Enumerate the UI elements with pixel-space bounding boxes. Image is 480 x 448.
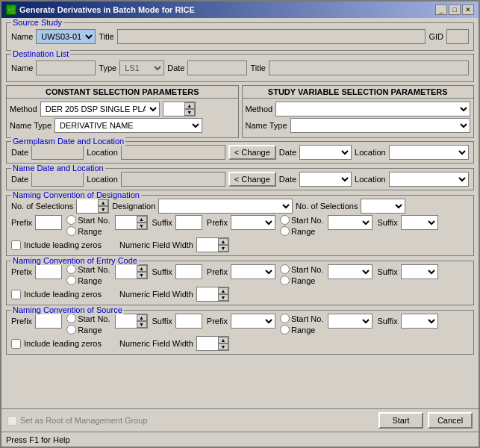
desig-left-startno-down[interactable]: ▼: [137, 223, 147, 229]
source-left-startno-up[interactable]: ▲: [137, 314, 147, 321]
entry-right-suffix-select[interactable]: [401, 264, 438, 279]
study-variable-params-group: STUDY VARIABLE SELECTION PARAMETERS Meth…: [242, 85, 475, 138]
designation-select[interactable]: [158, 199, 293, 214]
method-num-input[interactable]: 205: [163, 102, 184, 116]
entry-left-startno-up[interactable]: ▲: [137, 265, 147, 272]
constant-method-row: Method DER 205 DSP SINGLE PLANT SELECT 2…: [10, 102, 235, 116]
source-right-suffix: Suffix: [377, 314, 437, 329]
entry-left-suffix-input[interactable]: [175, 264, 202, 279]
desig-field-width-up[interactable]: ▲: [218, 238, 228, 245]
close-button[interactable]: ✕: [462, 4, 474, 15]
entry-right-radio-group: Start No. Range: [280, 264, 323, 285]
method-num-up[interactable]: ▲: [184, 102, 195, 109]
constant-method-label: Method: [10, 105, 37, 113]
entry-right-range-label: Range: [291, 276, 315, 285]
entry-field-width-input[interactable]: 1: [197, 287, 218, 301]
entry-left-startno-down[interactable]: ▼: [137, 272, 147, 279]
source-field-width-spinner: 1 ▲ ▼: [196, 336, 229, 351]
source-right-range-radio[interactable]: [280, 325, 290, 335]
desig-right-range-radio[interactable]: [280, 226, 290, 236]
germ-change-button[interactable]: < Change: [228, 145, 276, 160]
source-left-startno-spinner: 1 ▲ ▼: [115, 314, 148, 329]
source-right-startno-radio[interactable]: [280, 314, 290, 323]
constant-method-select[interactable]: DER 205 DSP SINGLE PLANT SELECT: [40, 102, 160, 116]
entry-left-prefix-input[interactable]: [35, 264, 62, 279]
study-nametype-select[interactable]: [290, 118, 470, 133]
study-method-select[interactable]: [275, 102, 470, 116]
cancel-button[interactable]: Cancel: [428, 412, 473, 429]
constant-nametype-select[interactable]: DERIVATIVE NAME: [54, 118, 202, 133]
germ-right-date-select[interactable]: [299, 145, 352, 160]
constant-params-header: CONSTANT SELECTION PARAMETERS: [7, 86, 238, 99]
entry-field-width-up[interactable]: ▲: [218, 287, 228, 294]
desig-left-prefix-input[interactable]: [35, 215, 62, 230]
desig-left-suffix: Suffix: [152, 215, 202, 230]
desig-right-suffix-select[interactable]: [401, 215, 438, 230]
source-field-width-input[interactable]: 1: [197, 337, 218, 350]
no-selections-input[interactable]: 0: [77, 199, 98, 213]
entry-leading-zeros-checkbox[interactable]: [11, 290, 21, 299]
name-date-location-label: Name Date and Location: [11, 164, 105, 172]
entry-right-prefix-select[interactable]: [231, 264, 275, 279]
entry-left-prefix: Prefix: [11, 264, 62, 279]
dest-type-select[interactable]: LS1: [119, 60, 164, 75]
source-field-width-down[interactable]: ▼: [218, 343, 228, 350]
set-as-root-checkbox[interactable]: [7, 416, 17, 426]
source-study-group: Source Study Name UWS03-01 Title Upland …: [6, 22, 474, 51]
desig-left-suffix-input[interactable]: [175, 215, 202, 230]
desig-left-prefix-label: Prefix: [11, 218, 32, 227]
source-left-range-radio[interactable]: [66, 325, 76, 335]
source-left-startno-input[interactable]: 1: [116, 314, 137, 328]
entry-right-startno-radio[interactable]: [280, 264, 290, 274]
no-of-selections-select[interactable]: [361, 199, 405, 214]
desig-leading-zeros-checkbox[interactable]: [11, 240, 21, 250]
source-title-input: Upland 2003 Wet Season F3 Nursery (Sinil…: [117, 29, 426, 44]
source-title-label: Title: [99, 32, 113, 41]
name-change-button[interactable]: < Change: [228, 172, 276, 187]
source-name-select[interactable]: UWS03-01: [36, 29, 96, 44]
entry-left-startno-input[interactable]: 1: [116, 265, 137, 279]
entry-left-range-radio[interactable]: [66, 276, 76, 285]
desig-right-prefix-label: Prefix: [207, 218, 228, 227]
desig-left-range-radio[interactable]: [66, 226, 76, 236]
entry-right-startno-select[interactable]: [328, 264, 373, 279]
method-num-down[interactable]: ▼: [184, 109, 195, 116]
source-left-startno-down[interactable]: ▼: [137, 321, 147, 328]
source-leading-zeros-checkbox[interactable]: [11, 339, 21, 349]
set-as-root-label: Set as Root of Management Group: [20, 416, 148, 425]
germ-right-location-select[interactable]: [389, 145, 469, 160]
source-left-startno-label: Start No.: [78, 314, 110, 323]
name-right-date-select[interactable]: [299, 172, 352, 187]
source-right-startno-select[interactable]: [328, 314, 373, 329]
maximize-button[interactable]: □: [449, 4, 461, 15]
desig-right-startno-select[interactable]: [328, 215, 373, 230]
no-selections-up[interactable]: ▲: [98, 199, 108, 206]
entry-field-width-down[interactable]: ▼: [218, 294, 228, 301]
source-field-width-up[interactable]: ▲: [218, 337, 228, 343]
desig-right-prefix-select[interactable]: [231, 215, 275, 230]
desig-left-startno-radio[interactable]: [66, 215, 76, 225]
no-selections-down[interactable]: ▼: [98, 206, 108, 213]
desig-field-width-input[interactable]: 1: [197, 238, 218, 252]
source-left-suffix-input[interactable]: [175, 314, 202, 329]
constant-params-content: Method DER 205 DSP SINGLE PLANT SELECT 2…: [7, 99, 238, 137]
source-left-prefix-input[interactable]: [35, 314, 62, 329]
source-right-suffix-select[interactable]: [401, 314, 438, 329]
desig-right-startno-radio[interactable]: [280, 215, 290, 225]
entry-field-width-spinner: 1 ▲ ▼: [196, 287, 229, 302]
name-right-location-select[interactable]: [389, 172, 469, 187]
start-button[interactable]: Start: [378, 412, 423, 429]
desig-left-startno-up[interactable]: ▲: [137, 216, 147, 223]
minimize-button[interactable]: _: [435, 4, 447, 15]
entry-right-startno-radio-row: Start No.: [280, 264, 323, 274]
status-text: Press F1 for Help: [6, 435, 70, 444]
no-selections-label: No. of Selections: [11, 202, 73, 211]
source-right-prefix-select[interactable]: [231, 314, 275, 329]
entry-right-range-radio[interactable]: [280, 276, 290, 285]
constant-params-group: CONSTANT SELECTION PARAMETERS Method DER…: [6, 85, 239, 138]
source-study-label: Source Study: [11, 18, 63, 27]
source-left-startno-radio[interactable]: [66, 314, 76, 323]
desig-field-width-down[interactable]: ▼: [218, 245, 228, 252]
desig-left-startno-input[interactable]: 1: [116, 216, 137, 229]
entry-left-startno-radio[interactable]: [66, 264, 76, 274]
